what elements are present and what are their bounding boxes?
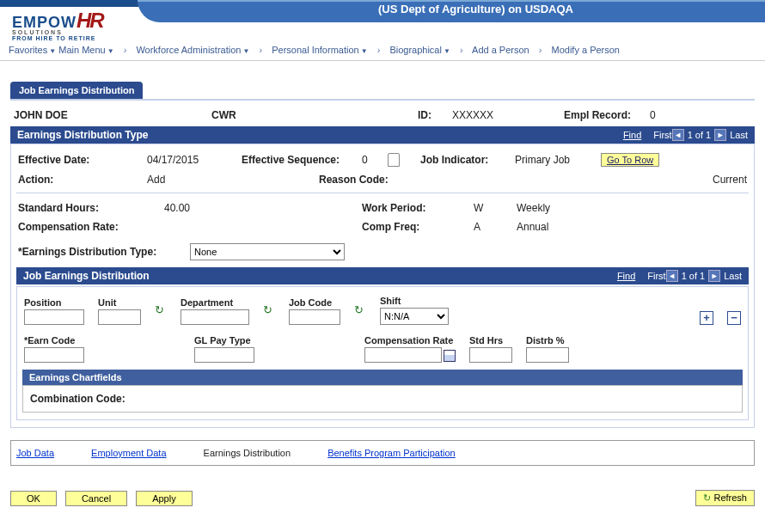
work-period-text: Weekly <box>517 202 550 214</box>
apply-button[interactable]: Apply <box>136 491 193 506</box>
combination-code-label: Combination Code: <box>30 393 125 405</box>
tab-strip: Job Earnings Distribution <box>10 82 755 99</box>
find-link[interactable]: Find <box>623 130 641 140</box>
action-button-row: OK Cancel Apply ↻ Refresh <box>10 490 755 506</box>
reason-code-label: Reason Code: <box>319 174 405 186</box>
shift-select[interactable]: N:N/A <box>380 308 449 325</box>
standard-hours-label: Standard Hours: <box>18 202 164 214</box>
position-label: Position <box>24 297 84 308</box>
earnings-dist-type-select[interactable]: None <box>190 243 345 260</box>
unit-lookup-icon[interactable]: ↻ <box>155 303 167 315</box>
add-row-icon[interactable]: + <box>700 311 713 325</box>
action-label: Action: <box>18 174 147 186</box>
job-earnings-dist-bar: Job Earnings Distribution Find First ◄ 1… <box>16 267 749 284</box>
effective-date-value: 04/17/2015 <box>147 154 242 166</box>
employment-data-link[interactable]: Employment Data <box>91 448 166 458</box>
earnings-dist-type-bar: Earnings Distribution Type Find First ◄ … <box>10 126 755 144</box>
person-name: JOHN DOE <box>14 109 211 121</box>
breadcrumb-modify-person[interactable]: Modify a Person <box>552 45 620 55</box>
system-title: (US Dept of Agriculture) on USDAQA <box>138 0 765 22</box>
person-info-row: JOHN DOE CWR ID: XXXXXX Empl Record: 0 <box>10 101 755 126</box>
earnings-distribution-current: Earnings Distribution <box>204 448 291 458</box>
compensation-rate-row-label: Compensation Rate <box>364 335 456 345</box>
comp-freq-label: Comp Freq: <box>362 221 474 233</box>
job-data-link[interactable]: Job Data <box>16 448 54 458</box>
id-value: XXXXXX <box>452 109 564 121</box>
department-lookup-icon[interactable]: ↻ <box>263 303 275 315</box>
person-type: CWR <box>211 109 418 121</box>
cancel-button[interactable]: Cancel <box>65 491 127 506</box>
notepad-icon[interactable] <box>388 153 400 167</box>
breadcrumb-main-menu[interactable]: Main Menu▼ <box>58 45 113 55</box>
logo: EMPOWHR SOLUTIONS FROM HIRE TO RETIRE <box>12 9 103 41</box>
job-indicator-value: Primary Job <box>515 154 601 166</box>
compensation-rate-input[interactable] <box>364 347 442 363</box>
breadcrumb: Favorites▼ Main Menu▼ › Workforce Admini… <box>0 41 765 61</box>
std-hrs-label: Std Hrs <box>469 335 512 345</box>
work-period-label: Work Period: <box>362 202 474 214</box>
earnings-dist-type-panel: Effective Date: 04/17/2015 Effective Seq… <box>10 144 755 428</box>
current-indicator: Current <box>713 174 747 186</box>
refresh-icon: ↻ <box>703 492 711 503</box>
job-earnings-dist-panel: Position Unit ↻ Department ↻ Job Code ↻ <box>16 286 749 420</box>
distrb-pct-label: Distrb % <box>526 335 569 345</box>
effective-sequence-label: Effective Sequence: <box>242 154 362 166</box>
breadcrumb-favorites[interactable]: Favorites▼ <box>9 45 56 55</box>
prev-row-inner-icon[interactable]: ◄ <box>666 270 678 282</box>
delete-row-icon[interactable]: − <box>727 311 741 325</box>
std-hrs-input[interactable] <box>469 347 512 363</box>
empl-record-label: Empl Record: <box>564 109 650 121</box>
earn-code-label: *Earn Code <box>24 335 84 345</box>
job-code-input[interactable] <box>289 309 340 325</box>
gl-pay-type-label: GL Pay Type <box>194 335 254 345</box>
unit-label: Unit <box>98 297 141 308</box>
comp-freq-text: Annual <box>517 221 548 233</box>
earnings-chartfields-bar: Earnings Chartfields <box>22 370 743 385</box>
job-code-lookup-icon[interactable]: ↻ <box>354 303 366 315</box>
ok-button[interactable]: OK <box>10 491 57 506</box>
shift-label: Shift <box>380 296 449 306</box>
breadcrumb-add-person[interactable]: Add a Person <box>472 45 529 55</box>
find-link-inner[interactable]: Find <box>617 271 635 281</box>
distrb-pct-input[interactable] <box>526 347 569 363</box>
action-value: Add <box>147 174 319 186</box>
page-links-bar: Job Data Employment Data Earnings Distri… <box>10 440 755 466</box>
position-input[interactable] <box>24 309 84 325</box>
next-row-inner-icon[interactable]: ► <box>708 270 720 282</box>
department-input[interactable] <box>181 309 249 325</box>
standard-hours-value: 40.00 <box>164 202 362 214</box>
job-code-label: Job Code <box>289 297 340 308</box>
empl-record-value: 0 <box>650 109 656 121</box>
effective-date-label: Effective Date: <box>18 154 147 166</box>
calendar-icon[interactable] <box>444 350 456 362</box>
earnings-dist-type-title: Earnings Distribution Type <box>17 129 623 141</box>
earn-code-input[interactable] <box>24 347 84 363</box>
job-indicator-label: Job Indicator: <box>420 154 515 166</box>
unit-input[interactable] <box>98 309 141 325</box>
go-to-row-button[interactable]: Go To Row <box>601 153 659 167</box>
next-row-icon[interactable]: ► <box>714 129 726 141</box>
breadcrumb-biographical[interactable]: Biographical▼ <box>389 45 450 55</box>
job-earnings-dist-title: Job Earnings Distribution <box>23 270 617 282</box>
breadcrumb-workforce-admin[interactable]: Workforce Administration▼ <box>136 45 249 55</box>
comp-freq-code: A <box>474 221 517 233</box>
gl-pay-type-input[interactable] <box>194 347 254 363</box>
refresh-button[interactable]: ↻ Refresh <box>695 490 755 506</box>
earnings-chartfields-body: Combination Code: <box>22 385 743 413</box>
effective-sequence-value: 0 <box>362 154 388 166</box>
prev-row-icon[interactable]: ◄ <box>672 129 684 141</box>
department-label: Department <box>181 297 249 308</box>
id-label: ID: <box>418 109 452 121</box>
earnings-dist-type-label: *Earnings Distribution Type: <box>18 246 190 258</box>
app-header: (US Dept of Agriculture) on USDAQA EMPOW… <box>0 0 765 41</box>
benefits-link[interactable]: Benefits Program Participation <box>327 448 456 458</box>
compensation-rate-label: Compensation Rate: <box>18 221 164 233</box>
tab-job-earnings-distribution[interactable]: Job Earnings Distribution <box>10 82 143 99</box>
breadcrumb-personal-info[interactable]: Personal Information▼ <box>272 45 367 55</box>
work-period-code: W <box>474 202 517 214</box>
